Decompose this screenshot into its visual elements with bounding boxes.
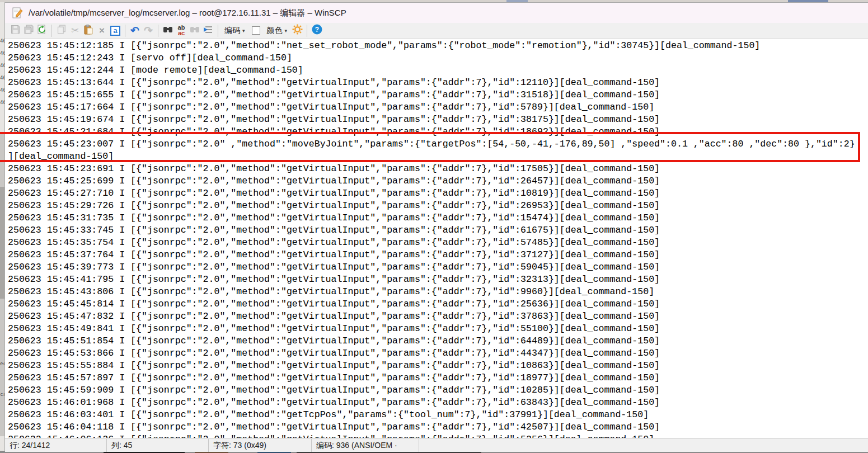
toolbar: ✂ × a ↶ ↷ ab ac bbox=[5, 23, 868, 39]
log-line: 250623 15:45:29:726 I [{"jsonrpc":"2.0",… bbox=[8, 200, 855, 212]
log-line: 250623 15:45:27:710 I [{"jsonrpc":"2.0",… bbox=[8, 187, 855, 200]
log-line: 250623 15:45:25:699 I [{"jsonrpc":"2.0",… bbox=[8, 175, 855, 187]
log-line: 250623 15:45:55:884 I [{"jsonrpc":"2.0",… bbox=[8, 360, 855, 372]
copy-icon bbox=[57, 25, 67, 36]
log-line: ][deal_command-150] bbox=[8, 150, 855, 163]
paste-icon bbox=[83, 25, 93, 37]
toolbar-separator bbox=[51, 25, 52, 37]
redo-icon: ↷ bbox=[144, 25, 153, 36]
cut-button[interactable]: ✂ bbox=[68, 24, 82, 37]
encoding-dropdown[interactable]: 编码 ▾ bbox=[221, 25, 248, 37]
title-bar: /var/volatile/tmp/mcserver_log/mcserver.… bbox=[5, 3, 868, 23]
reload-button[interactable] bbox=[35, 24, 49, 37]
toolbar-separator bbox=[158, 25, 158, 37]
encoding-dropdown-label: 编码 bbox=[224, 26, 240, 36]
background-window-fragment: 46 bbox=[0, 87, 4, 93]
status-encoding-indicator: 编码: 936 (ANSI/OEM · bbox=[312, 439, 419, 452]
log-line: 250623 15:45:51:854 I [{"jsonrpc":"2.0",… bbox=[8, 335, 855, 347]
color-dropdown-label: 颜色 bbox=[267, 26, 283, 36]
log-line: 250623 15:45:47:832 I [{"jsonrpc":"2.0",… bbox=[8, 310, 855, 323]
window-title: /var/volatile/tmp/mcserver_log/mcserver.… bbox=[29, 8, 346, 18]
winscp-editor-window: /var/volatile/tmp/mcserver_log/mcserver.… bbox=[4, 2, 868, 451]
background-window-fragment: cs bbox=[0, 391, 4, 397]
log-line: 250623 15:45:53:866 I [{"jsonrpc":"2.0",… bbox=[8, 347, 855, 360]
paste-button[interactable] bbox=[82, 24, 95, 37]
delete-icon: × bbox=[99, 26, 105, 35]
redo-button[interactable]: ↷ bbox=[142, 24, 155, 37]
goto-line-button[interactable] bbox=[201, 24, 215, 37]
status-bar: 行: 24/1412 列: 45 字符: 73 (0x49) 编码: 936 (… bbox=[5, 438, 868, 452]
log-line: 250623 15:46:01:968 I [{"jsonrpc":"2.0",… bbox=[8, 397, 855, 409]
background-window-fragment: 46 bbox=[0, 38, 4, 44]
toolbar-separator bbox=[125, 25, 125, 37]
save-all-button[interactable] bbox=[22, 24, 35, 37]
preferences-button[interactable] bbox=[290, 24, 304, 37]
background-window-fragment: 46 bbox=[0, 63, 4, 68]
toolbar-separator bbox=[218, 25, 218, 37]
log-line: 250623 15:45:21:684 I [{"jsonrpc":"2.0",… bbox=[8, 126, 855, 138]
status-empty-panel bbox=[419, 439, 868, 452]
select-all-button[interactable]: a bbox=[109, 24, 122, 37]
log-line: 250623 15:45:19:674 I [{"jsonrpc":"2.0",… bbox=[8, 114, 855, 126]
background-window-fragment: 46 bbox=[0, 75, 4, 81]
help-icon: ? bbox=[312, 24, 322, 37]
select-all-icon: a bbox=[110, 26, 120, 36]
background-window-edge: 464646464646eccs bbox=[0, 2, 4, 451]
chevron-down-icon: ▾ bbox=[285, 28, 288, 34]
find-next-button[interactable] bbox=[188, 24, 201, 37]
log-line: 250623 15:45:57:897 I [{"jsonrpc":"2.0",… bbox=[8, 372, 855, 384]
log-line: 250623 15:45:12:185 I [{"jsonrpc":"2.0",… bbox=[8, 40, 855, 52]
undo-icon: ↶ bbox=[130, 25, 139, 36]
log-line: 250623 15:45:23:007 I [{"jsonrpc":"2.0" … bbox=[8, 138, 855, 150]
color-dropdown[interactable]: 颜色 ▾ bbox=[264, 25, 291, 37]
reload-icon bbox=[37, 25, 47, 37]
log-line: 250623 15:45:59:909 I [{"jsonrpc":"2.0",… bbox=[8, 384, 855, 397]
log-line: 250623 15:45:12:244 I [mode remote][deal… bbox=[8, 64, 855, 77]
log-line: 250623 15:45:15:655 I [{"jsonrpc":"2.0",… bbox=[8, 89, 855, 101]
log-line: 250623 15:45:39:773 I [{"jsonrpc":"2.0",… bbox=[8, 261, 855, 273]
log-line: 250623 15:45:23:691 I [{"jsonrpc":"2.0",… bbox=[8, 163, 855, 175]
log-line: 250623 15:45:41:795 I [{"jsonrpc":"2.0",… bbox=[8, 273, 855, 286]
editor-text-area[interactable]: 250623 15:45:12:185 I [{"jsonrpc":"2.0",… bbox=[5, 39, 868, 438]
replace-button[interactable]: ab ac bbox=[175, 24, 188, 37]
log-line: 250623 15:45:33:745 I [{"jsonrpc":"2.0",… bbox=[8, 224, 855, 237]
log-line: 250623 15:45:43:806 I [{"jsonrpc":"2.0",… bbox=[8, 286, 855, 298]
goto-line-icon bbox=[203, 25, 213, 37]
save-icon bbox=[11, 25, 20, 36]
log-line: 250623 15:45:37:764 I [{"jsonrpc":"2.0",… bbox=[8, 249, 855, 261]
svg-text:?: ? bbox=[315, 26, 318, 34]
log-line: 250623 15:46:03:401 I [{"jsonrpc":"2.0",… bbox=[8, 409, 855, 421]
save-button[interactable] bbox=[8, 24, 22, 37]
gear-icon bbox=[292, 24, 303, 37]
find-next-binoculars-icon bbox=[190, 25, 200, 37]
delete-button[interactable]: × bbox=[95, 24, 109, 37]
copy-button[interactable] bbox=[55, 24, 68, 37]
background-scrollbar-fragment bbox=[0, 187, 4, 299]
find-button[interactable] bbox=[161, 24, 175, 37]
save-all-icon bbox=[24, 25, 34, 36]
replace-icon: ab ac bbox=[178, 25, 185, 36]
log-line: 250623 15:45:13:644 I [{"jsonrpc":"2.0",… bbox=[8, 77, 855, 89]
status-column-indicator: 列: 45 bbox=[107, 439, 209, 452]
log-line: 250623 15:45:35:754 I [{"jsonrpc":"2.0",… bbox=[8, 237, 855, 249]
log-line: 250623 15:45:17:664 I [{"jsonrpc":"2.0",… bbox=[8, 101, 855, 114]
find-binoculars-icon bbox=[163, 25, 173, 37]
background-window-fragment: 46 bbox=[0, 50, 4, 56]
color-checkbox[interactable] bbox=[252, 26, 260, 35]
edit-document-icon bbox=[12, 7, 23, 18]
log-line: 250623 15:45:49:841 I [{"jsonrpc":"2.0",… bbox=[8, 323, 855, 335]
log-line: 250623 15:45:31:735 I [{"jsonrpc":"2.0",… bbox=[8, 212, 855, 224]
log-line: 250623 15:46:04:118 I [{"jsonrpc":"2.0",… bbox=[8, 421, 855, 433]
log-line: 250623 15:45:12:243 I [servo off][deal_c… bbox=[8, 52, 855, 64]
undo-button[interactable]: ↶ bbox=[128, 24, 142, 37]
background-window-fragment: 46 bbox=[0, 100, 4, 105]
status-character-indicator: 字符: 73 (0x49) bbox=[209, 439, 312, 452]
help-button[interactable]: ? bbox=[310, 24, 323, 37]
status-line-indicator: 行: 24/1412 bbox=[5, 439, 107, 452]
cut-icon: ✂ bbox=[71, 26, 79, 35]
chevron-down-icon: ▾ bbox=[242, 28, 245, 34]
log-line: 250623 15:45:45:814 I [{"jsonrpc":"2.0",… bbox=[8, 298, 855, 310]
background-window-fragment: ec bbox=[0, 361, 4, 366]
toolbar-separator bbox=[307, 25, 307, 37]
log-content: 250623 15:45:12:185 I [{"jsonrpc":"2.0",… bbox=[8, 40, 855, 438]
